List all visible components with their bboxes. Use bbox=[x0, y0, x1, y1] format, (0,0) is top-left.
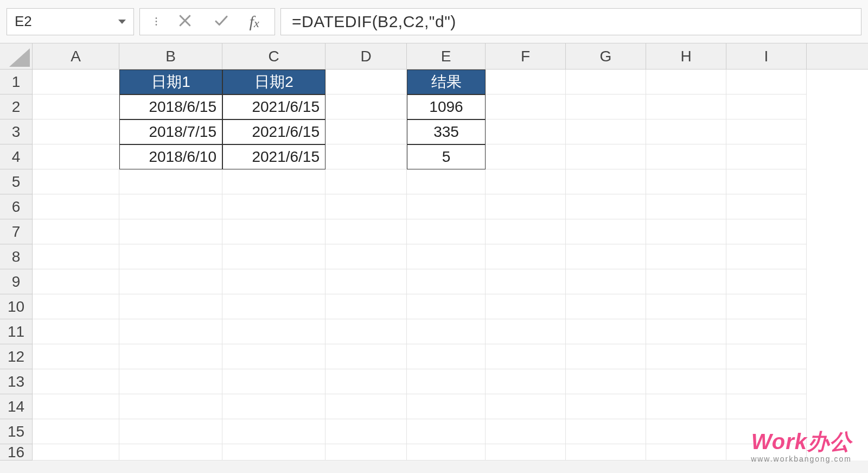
cell-G6[interactable] bbox=[566, 194, 646, 219]
cell-H14[interactable] bbox=[646, 394, 726, 419]
cell-G13[interactable] bbox=[566, 369, 646, 394]
cell-G16[interactable] bbox=[566, 444, 646, 461]
cell-A14[interactable] bbox=[33, 394, 119, 419]
cell-D13[interactable] bbox=[326, 369, 407, 394]
cell-I10[interactable] bbox=[726, 294, 807, 319]
select-all-triangle[interactable] bbox=[0, 43, 33, 69]
cell-F7[interactable] bbox=[486, 219, 566, 244]
cell-G10[interactable] bbox=[566, 294, 646, 319]
cell-C9[interactable] bbox=[222, 269, 326, 294]
cell-F6[interactable] bbox=[486, 194, 566, 219]
cell-D3[interactable] bbox=[326, 119, 407, 144]
cell-B4[interactable]: 2018/6/10 bbox=[119, 144, 222, 169]
cell-A7[interactable] bbox=[33, 219, 119, 244]
cell-C5[interactable] bbox=[222, 169, 326, 194]
cell-I14[interactable] bbox=[726, 394, 807, 419]
row-header-3[interactable]: 3 bbox=[0, 119, 33, 144]
cell-G8[interactable] bbox=[566, 244, 646, 269]
cell-B9[interactable] bbox=[119, 269, 222, 294]
cell-H5[interactable] bbox=[646, 169, 726, 194]
cell-F11[interactable] bbox=[486, 319, 566, 344]
cell-E14[interactable] bbox=[407, 394, 486, 419]
cell-B6[interactable] bbox=[119, 194, 222, 219]
cell-H7[interactable] bbox=[646, 219, 726, 244]
cell-B2[interactable]: 2018/6/15 bbox=[119, 94, 222, 119]
cell-I5[interactable] bbox=[726, 169, 807, 194]
cell-C13[interactable] bbox=[222, 369, 326, 394]
cell-A9[interactable] bbox=[33, 269, 119, 294]
cell-I9[interactable] bbox=[726, 269, 807, 294]
row-header-14[interactable]: 14 bbox=[0, 394, 33, 419]
cell-D15[interactable] bbox=[326, 419, 407, 444]
cell-I13[interactable] bbox=[726, 369, 807, 394]
cell-D2[interactable] bbox=[326, 94, 407, 119]
row-header-11[interactable]: 11 bbox=[0, 319, 33, 344]
cell-H9[interactable] bbox=[646, 269, 726, 294]
cell-B14[interactable] bbox=[119, 394, 222, 419]
cell-H1[interactable] bbox=[646, 70, 726, 94]
cell-D1[interactable] bbox=[326, 70, 407, 94]
cell-A6[interactable] bbox=[33, 194, 119, 219]
cell-G11[interactable] bbox=[566, 319, 646, 344]
cell-G4[interactable] bbox=[566, 144, 646, 169]
row-header-9[interactable]: 9 bbox=[0, 269, 33, 294]
cell-B13[interactable] bbox=[119, 369, 222, 394]
cell-I8[interactable] bbox=[726, 244, 807, 269]
cell-D7[interactable] bbox=[326, 219, 407, 244]
cell-I3[interactable] bbox=[726, 119, 807, 144]
row-header-1[interactable]: 1 bbox=[0, 70, 33, 94]
cell-E5[interactable] bbox=[407, 169, 486, 194]
cell-E16[interactable] bbox=[407, 444, 486, 461]
cell-H10[interactable] bbox=[646, 294, 726, 319]
row-header-6[interactable]: 6 bbox=[0, 194, 33, 219]
cell-H6[interactable] bbox=[646, 194, 726, 219]
cell-F9[interactable] bbox=[486, 269, 566, 294]
cell-E13[interactable] bbox=[407, 369, 486, 394]
cell-D4[interactable] bbox=[326, 144, 407, 169]
cell-E7[interactable] bbox=[407, 219, 486, 244]
fx-icon[interactable]: fx bbox=[250, 12, 259, 31]
cell-G3[interactable] bbox=[566, 119, 646, 144]
row-header-10[interactable]: 10 bbox=[0, 294, 33, 319]
cell-C15[interactable] bbox=[222, 419, 326, 444]
cell-E9[interactable] bbox=[407, 269, 486, 294]
cell-I2[interactable] bbox=[726, 94, 807, 119]
cell-E2[interactable]: 1096 bbox=[407, 94, 486, 119]
col-header-E[interactable]: E bbox=[407, 43, 486, 69]
cell-E1[interactable]: 结果 bbox=[407, 70, 486, 94]
cell-C1[interactable]: 日期2 bbox=[222, 70, 326, 94]
cell-A16[interactable] bbox=[33, 444, 119, 461]
cell-A2[interactable] bbox=[33, 94, 119, 119]
cell-G15[interactable] bbox=[566, 419, 646, 444]
cell-C11[interactable] bbox=[222, 319, 326, 344]
cell-A1[interactable] bbox=[33, 70, 119, 94]
col-header-I[interactable]: I bbox=[726, 43, 807, 69]
col-header-F[interactable]: F bbox=[486, 43, 566, 69]
cell-I15[interactable] bbox=[726, 419, 807, 444]
cell-C8[interactable] bbox=[222, 244, 326, 269]
cell-C4[interactable]: 2021/6/15 bbox=[222, 144, 326, 169]
cell-I11[interactable] bbox=[726, 319, 807, 344]
cell-B5[interactable] bbox=[119, 169, 222, 194]
cell-A12[interactable] bbox=[33, 344, 119, 369]
cell-H11[interactable] bbox=[646, 319, 726, 344]
col-header-G[interactable]: G bbox=[566, 43, 646, 69]
dropdown-icon[interactable] bbox=[118, 20, 126, 24]
cell-F8[interactable] bbox=[486, 244, 566, 269]
cell-C7[interactable] bbox=[222, 219, 326, 244]
cell-I6[interactable] bbox=[726, 194, 807, 219]
cell-B3[interactable]: 2018/7/15 bbox=[119, 119, 222, 144]
cell-A11[interactable] bbox=[33, 319, 119, 344]
cell-D10[interactable] bbox=[326, 294, 407, 319]
cell-B11[interactable] bbox=[119, 319, 222, 344]
cell-D5[interactable] bbox=[326, 169, 407, 194]
cell-A15[interactable] bbox=[33, 419, 119, 444]
cell-C16[interactable] bbox=[222, 444, 326, 461]
cell-F15[interactable] bbox=[486, 419, 566, 444]
row-header-7[interactable]: 7 bbox=[0, 219, 33, 244]
cell-G7[interactable] bbox=[566, 219, 646, 244]
cell-F10[interactable] bbox=[486, 294, 566, 319]
cell-F16[interactable] bbox=[486, 444, 566, 461]
row-header-12[interactable]: 12 bbox=[0, 344, 33, 369]
col-header-C[interactable]: C bbox=[222, 43, 326, 69]
